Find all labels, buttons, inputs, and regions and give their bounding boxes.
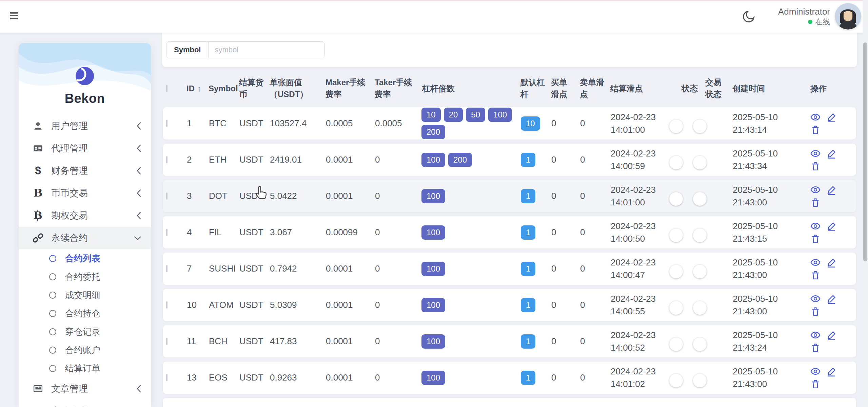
submenu-item-settlement-orders[interactable]: 结算订单 [19,359,151,377]
sidebar-item-articles[interactable]: 文章管理 [19,377,151,400]
row-checkbox[interactable] [166,338,167,345]
delete-button[interactable] [810,270,821,280]
select-all-checkbox[interactable] [166,85,167,92]
cell-symbol: EOS [205,371,236,384]
leverage-badge: 200 [421,125,445,139]
default-leverage-badge: 1 [521,298,535,312]
scrollbar-track[interactable] [863,0,868,407]
cell-buy-slippage: 0 [548,335,576,347]
delete-button[interactable] [810,343,821,353]
cell-symbol: DOT [205,190,236,202]
cell-sell-slippage: 0 [576,226,607,238]
cell-maker-fee: 0.0005 [322,117,371,129]
edit-button[interactable] [827,330,837,340]
menu-toggle-button[interactable] [10,12,19,21]
row-checkbox[interactable] [166,229,167,236]
leverage-badges: 100 [419,334,517,349]
delete-button[interactable] [810,125,821,135]
delete-button[interactable] [810,307,821,317]
cell-taker-fee: 0 [371,335,419,347]
cell-created-at: 2025-05-10 21:43:15 [729,220,807,245]
sidebar-item-label: 代理管理 [51,142,88,154]
delete-button[interactable] [810,198,821,208]
edit-button[interactable] [827,148,837,159]
row-checkbox[interactable] [166,120,167,127]
cell-settle-currency: USDT [236,226,266,238]
cell-face-value: 5.0422 [266,190,322,202]
cell-sell-slippage: 0 [576,335,607,347]
radio-circle-icon [49,255,56,262]
brand-name: Bekon [19,91,151,106]
delete-button[interactable] [810,161,821,171]
submenu-item-trade-details[interactable]: 成交明细 [19,286,151,304]
cell-sell-slippage: 0 [576,299,607,311]
row-checkbox[interactable] [166,301,167,309]
cell-face-value: 3.067 [266,226,322,238]
default-leverage-badge: 1 [521,189,535,203]
cell-buy-slippage: 0 [548,299,576,311]
sidebar-item-agents[interactable]: 代理管理 [19,137,151,160]
edit-button[interactable] [827,294,837,304]
row-actions [807,257,841,280]
avatar[interactable] [835,3,861,30]
cell-taker-fee: 0 [371,226,419,238]
view-button[interactable] [810,112,821,122]
leverage-badges: 100 [419,225,517,240]
sidebar-item-perpetual-contracts[interactable]: 永续合约 [19,227,151,249]
cell-created-at: 2025-05-10 21:43:24 [729,329,807,354]
leverage-badge: 100 [421,298,445,312]
table-row: 4 FIL USDT 3.067 0.00099 0 100 1 0 0 202… [163,216,856,248]
view-button[interactable] [810,330,821,340]
view-button[interactable] [810,185,821,195]
sidebar-item-subscriptions[interactable]: 申购管理 [19,400,151,407]
edit-button[interactable] [827,366,837,376]
cell-buy-slippage: 0 [548,262,576,275]
sidebar-item-options-trading[interactable]: B 期权交易 [19,204,151,227]
table-row: 13 EOS USDT 0.9263 0.0001 0 100 1 0 0 20… [163,362,856,394]
row-checkbox[interactable] [166,374,167,381]
scrollbar-thumb[interactable] [863,42,867,261]
edit-button[interactable] [827,112,837,122]
cell-maker-fee: 0.0001 [322,371,371,384]
sort-asc-icon[interactable]: ↑ [197,83,201,95]
view-button[interactable] [810,148,821,159]
svg-text:$: $ [35,165,41,177]
submenu-item-contract-list[interactable]: 合约列表 [19,249,151,267]
cell-face-value: 5.0309 [266,299,322,311]
leverage-badge: 100 [421,262,445,276]
user-menu[interactable]: Administrator 在线 [778,6,830,26]
row-checkbox[interactable] [166,192,167,200]
view-button[interactable] [810,294,821,304]
submenu-item-liquidation-records[interactable]: 穿仓记录 [19,322,151,341]
submenu-item-contract-positions[interactable]: 合约持仓 [19,304,151,322]
edit-button[interactable] [827,257,837,267]
dark-mode-icon[interactable] [742,10,756,23]
delete-button[interactable] [810,379,821,389]
edit-button[interactable] [827,185,837,195]
cell-settle-slippage: 2024-02-23 14:00:55 [607,293,678,317]
table-row: 3 DOT USDT 5.0422 0.0001 0 100 1 0 0 202… [163,180,856,212]
view-button[interactable] [810,257,821,267]
submenu-item-contract-orders[interactable]: 合约委托 [19,267,151,286]
chevron-left-icon [136,211,141,220]
cell-sell-slippage: 0 [576,153,607,166]
row-checkbox[interactable] [166,265,167,272]
leverage-badges: 100200 [419,153,517,167]
submenu-item-contract-accounts[interactable]: 合约账户 [19,341,151,359]
row-checkbox[interactable] [166,156,167,163]
edit-button[interactable] [827,221,837,231]
sidebar-item-users[interactable]: 用户管理 [19,115,151,137]
symbol-search-input[interactable] [209,42,324,58]
cell-buy-slippage: 0 [548,153,576,166]
leverage-badge: 100 [421,189,445,203]
table-header: ID↑ Symbol 结算货币 单张面值（USDT） Maker手续费率 Tak… [163,70,856,107]
row-actions [807,294,841,317]
view-button[interactable] [810,221,821,231]
sidebar-item-finance[interactable]: $ 财务管理 [19,160,151,182]
view-button[interactable] [810,366,821,376]
delete-button[interactable] [810,234,821,244]
cell-taker-fee: 0 [371,371,419,384]
sidebar-item-spot-trading[interactable]: B 币币交易 [19,182,151,204]
default-leverage-badge: 1 [521,262,535,276]
sidebar-item-label: 用户管理 [51,120,88,132]
